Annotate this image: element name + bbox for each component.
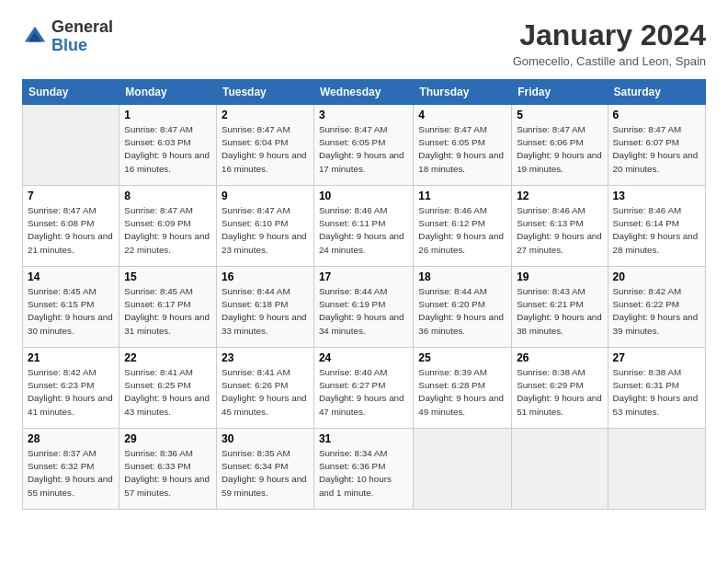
day-cell: 8Sunrise: 8:47 AMSunset: 6:09 PMDaylight… [119,186,217,267]
day-number: 24 [319,351,408,364]
day-cell: 28Sunrise: 8:37 AMSunset: 6:32 PMDayligh… [23,429,119,510]
title-block: January 2024 Gomecello, Castille and Leo… [513,18,706,68]
day-number: 27 [613,351,700,364]
day-info: Sunrise: 8:44 AMSunset: 6:18 PMDaylight:… [222,285,309,338]
day-info: Sunrise: 8:47 AMSunset: 6:07 PMDaylight:… [613,123,700,176]
day-cell: 11Sunrise: 8:46 AMSunset: 6:12 PMDayligh… [414,186,512,267]
location: Gomecello, Castille and Leon, Spain [513,54,706,68]
day-info: Sunrise: 8:47 AMSunset: 6:06 PMDaylight:… [517,123,602,176]
day-cell: 15Sunrise: 8:45 AMSunset: 6:17 PMDayligh… [119,267,217,348]
day-info: Sunrise: 8:47 AMSunset: 6:04 PMDaylight:… [222,123,309,176]
day-number: 28 [28,432,114,445]
header-wednesday: Wednesday [313,80,413,105]
header-row: SundayMondayTuesdayWednesdayThursdayFrid… [23,80,706,105]
day-info: Sunrise: 8:44 AMSunset: 6:19 PMDaylight:… [319,285,408,338]
day-cell: 17Sunrise: 8:44 AMSunset: 6:19 PMDayligh… [313,267,413,348]
day-number: 22 [124,351,211,364]
day-cell: 14Sunrise: 8:45 AMSunset: 6:15 PMDayligh… [23,267,119,348]
day-cell: 31Sunrise: 8:34 AMSunset: 6:36 PMDayligh… [313,429,413,510]
day-cell: 27Sunrise: 8:38 AMSunset: 6:31 PMDayligh… [608,348,705,429]
day-info: Sunrise: 8:42 AMSunset: 6:23 PMDaylight:… [28,366,114,419]
day-info: Sunrise: 8:47 AMSunset: 6:09 PMDaylight:… [124,204,211,257]
day-number: 12 [517,190,602,202]
day-info: Sunrise: 8:46 AMSunset: 6:11 PMDaylight:… [319,204,408,257]
day-info: Sunrise: 8:47 AMSunset: 6:08 PMDaylight:… [28,204,114,257]
day-cell [512,429,608,510]
day-info: Sunrise: 8:47 AMSunset: 6:10 PMDaylight:… [222,204,309,257]
day-cell: 13Sunrise: 8:46 AMSunset: 6:14 PMDayligh… [608,186,705,267]
day-cell: 3Sunrise: 8:47 AMSunset: 6:05 PMDaylight… [313,105,413,186]
logo-general: General [51,17,113,36]
day-cell: 19Sunrise: 8:43 AMSunset: 6:21 PMDayligh… [512,267,608,348]
day-number: 6 [613,109,700,121]
day-cell: 16Sunrise: 8:44 AMSunset: 6:18 PMDayligh… [216,267,313,348]
day-cell: 10Sunrise: 8:46 AMSunset: 6:11 PMDayligh… [313,186,413,267]
day-cell: 26Sunrise: 8:38 AMSunset: 6:29 PMDayligh… [512,348,608,429]
day-info: Sunrise: 8:47 AMSunset: 6:05 PMDaylight:… [319,123,408,176]
header-friday: Friday [512,80,608,105]
day-cell: 5Sunrise: 8:47 AMSunset: 6:06 PMDaylight… [512,105,608,186]
day-number: 11 [418,190,506,202]
week-row-2: 7Sunrise: 8:47 AMSunset: 6:08 PMDaylight… [23,186,706,267]
day-info: Sunrise: 8:35 AMSunset: 6:34 PMDaylight:… [222,447,309,500]
day-number: 10 [319,190,408,202]
day-cell [414,429,512,510]
day-info: Sunrise: 8:34 AMSunset: 6:36 PMDaylight:… [319,447,408,500]
day-info: Sunrise: 8:40 AMSunset: 6:27 PMDaylight:… [319,366,408,419]
day-number: 3 [319,109,408,121]
logo-blue: Blue [51,36,87,54]
day-number: 21 [28,351,114,364]
day-info: Sunrise: 8:38 AMSunset: 6:29 PMDaylight:… [517,366,602,419]
logo: General Blue [22,18,113,55]
day-number: 7 [28,190,114,202]
day-cell: 30Sunrise: 8:35 AMSunset: 6:34 PMDayligh… [216,429,313,510]
week-row-5: 28Sunrise: 8:37 AMSunset: 6:32 PMDayligh… [23,429,706,510]
day-info: Sunrise: 8:37 AMSunset: 6:32 PMDaylight:… [28,447,114,500]
day-number: 17 [319,270,408,283]
day-info: Sunrise: 8:39 AMSunset: 6:28 PMDaylight:… [418,366,506,419]
day-number: 20 [613,270,700,283]
day-cell [608,429,705,510]
day-info: Sunrise: 8:46 AMSunset: 6:14 PMDaylight:… [613,204,700,257]
day-number: 5 [517,109,602,121]
week-row-4: 21Sunrise: 8:42 AMSunset: 6:23 PMDayligh… [23,348,706,429]
header-thursday: Thursday [414,80,512,105]
header-tuesday: Tuesday [216,80,313,105]
day-cell: 9Sunrise: 8:47 AMSunset: 6:10 PMDaylight… [216,186,313,267]
day-cell: 24Sunrise: 8:40 AMSunset: 6:27 PMDayligh… [313,348,413,429]
header-monday: Monday [119,80,217,105]
week-row-1: 1Sunrise: 8:47 AMSunset: 6:03 PMDaylight… [23,105,706,186]
day-info: Sunrise: 8:41 AMSunset: 6:25 PMDaylight:… [124,366,211,419]
day-number: 23 [222,351,309,364]
day-number: 19 [517,270,602,283]
day-cell: 18Sunrise: 8:44 AMSunset: 6:20 PMDayligh… [414,267,512,348]
day-info: Sunrise: 8:46 AMSunset: 6:13 PMDaylight:… [517,204,602,257]
day-number: 14 [28,270,114,283]
day-cell: 7Sunrise: 8:47 AMSunset: 6:08 PMDaylight… [23,186,119,267]
day-info: Sunrise: 8:43 AMSunset: 6:21 PMDaylight:… [517,285,602,338]
day-info: Sunrise: 8:44 AMSunset: 6:20 PMDaylight:… [418,285,506,338]
day-cell: 22Sunrise: 8:41 AMSunset: 6:25 PMDayligh… [119,348,217,429]
day-cell: 6Sunrise: 8:47 AMSunset: 6:07 PMDaylight… [608,105,705,186]
header-saturday: Saturday [608,80,705,105]
day-cell: 2Sunrise: 8:47 AMSunset: 6:04 PMDaylight… [216,105,313,186]
day-cell: 4Sunrise: 8:47 AMSunset: 6:05 PMDaylight… [414,105,512,186]
day-cell: 12Sunrise: 8:46 AMSunset: 6:13 PMDayligh… [512,186,608,267]
day-cell: 29Sunrise: 8:36 AMSunset: 6:33 PMDayligh… [119,429,217,510]
day-info: Sunrise: 8:45 AMSunset: 6:17 PMDaylight:… [124,285,211,338]
day-info: Sunrise: 8:46 AMSunset: 6:12 PMDaylight:… [418,204,506,257]
day-info: Sunrise: 8:45 AMSunset: 6:15 PMDaylight:… [28,285,114,338]
day-number: 18 [418,270,506,283]
day-cell: 1Sunrise: 8:47 AMSunset: 6:03 PMDaylight… [119,105,217,186]
day-info: Sunrise: 8:47 AMSunset: 6:03 PMDaylight:… [124,123,211,176]
day-number: 30 [222,432,309,445]
calendar-table: SundayMondayTuesdayWednesdayThursdayFrid… [22,79,706,510]
day-number: 2 [222,109,309,121]
page-header: General Blue January 2024 Gomecello, Cas… [22,18,706,68]
day-cell [23,105,119,186]
day-info: Sunrise: 8:41 AMSunset: 6:26 PMDaylight:… [222,366,309,419]
header-sunday: Sunday [23,80,119,105]
day-number: 9 [222,190,309,202]
day-info: Sunrise: 8:38 AMSunset: 6:31 PMDaylight:… [613,366,700,419]
day-number: 29 [124,432,211,445]
